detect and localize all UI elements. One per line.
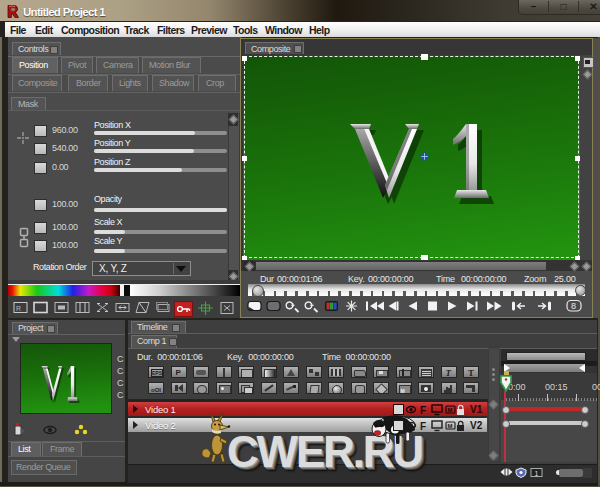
- svg-text:R: R: [16, 305, 21, 312]
- svg-text:M: M: [448, 423, 453, 429]
- svg-text:1: 1: [535, 470, 539, 477]
- svg-text:8: 8: [571, 301, 576, 311]
- svg-text:M: M: [448, 407, 453, 413]
- svg-text:F: F: [420, 405, 426, 416]
- svg-text:F: F: [420, 421, 426, 432]
